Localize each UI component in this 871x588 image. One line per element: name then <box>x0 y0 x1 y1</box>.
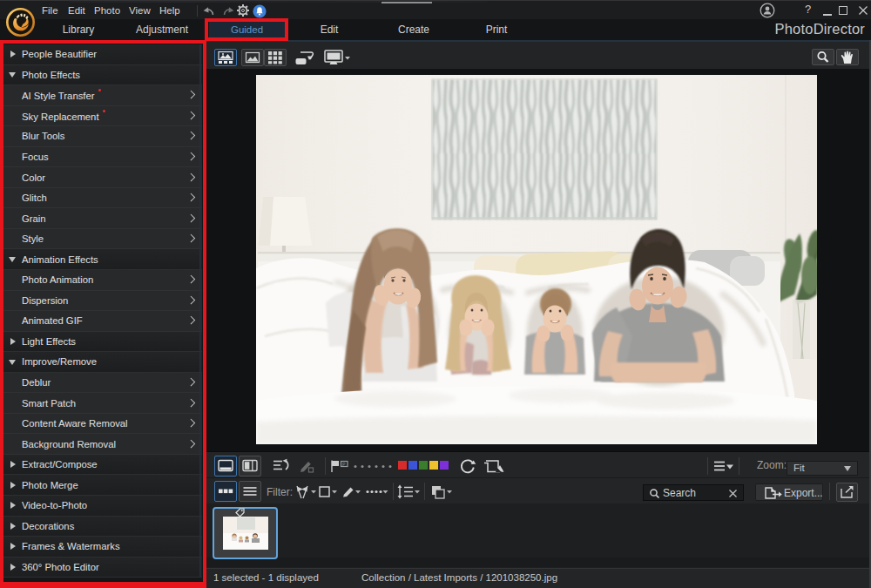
svg-text:P: P <box>342 462 346 467</box>
